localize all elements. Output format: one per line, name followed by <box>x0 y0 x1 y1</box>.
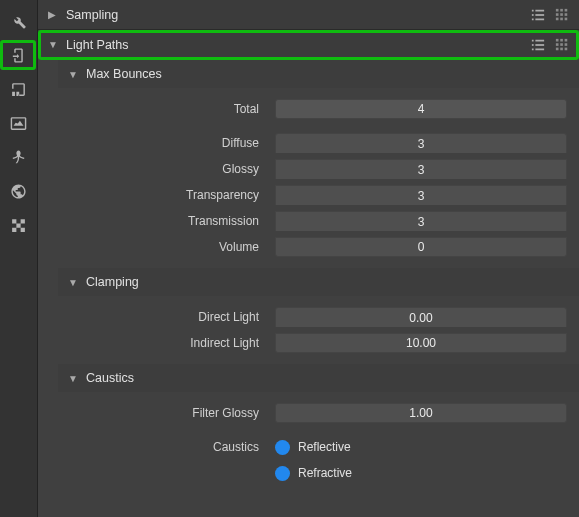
transmission-input[interactable]: 3 <box>275 211 567 231</box>
total-input[interactable]: 4 <box>275 99 567 119</box>
light-paths-content: ▼ Max Bounces Total 4 Diffuse 3 Glossy 3… <box>38 60 579 486</box>
list-icon[interactable] <box>531 38 545 52</box>
scene-properties-tab[interactable] <box>0 142 36 172</box>
collapse-arrow-down-icon: ▼ <box>68 373 80 384</box>
svg-rect-14 <box>565 17 568 20</box>
subpanel-title: Clamping <box>86 275 139 289</box>
glossy-label: Glossy <box>58 162 263 176</box>
svg-rect-15 <box>532 39 534 41</box>
volume-input[interactable]: 0 <box>275 237 567 257</box>
subpanel-title: Caustics <box>86 371 134 385</box>
indirect-light-label: Indirect Light <box>58 336 263 350</box>
light-paths-panel-header[interactable]: ▼ Light Paths <box>38 30 579 60</box>
reflective-checkbox[interactable] <box>275 440 290 455</box>
properties-tab-sidebar <box>0 0 38 517</box>
svg-rect-13 <box>560 17 563 20</box>
output-properties-tab[interactable] <box>0 74 36 104</box>
subpanel-title: Max Bounces <box>86 67 162 81</box>
refractive-checkbox[interactable] <box>275 466 290 481</box>
svg-rect-25 <box>560 43 563 46</box>
render-properties-panel: ▶ Sampling ▼ Light Paths ▼ Max Bounces T… <box>38 0 579 517</box>
diffuse-input[interactable]: 3 <box>275 133 567 153</box>
volume-label: Volume <box>58 240 263 254</box>
texture-properties-tab[interactable] <box>0 210 36 240</box>
svg-rect-0 <box>532 9 534 11</box>
world-properties-tab[interactable] <box>0 176 36 206</box>
svg-rect-6 <box>556 8 559 11</box>
tool-settings-tab[interactable] <box>0 6 36 36</box>
sampling-panel-header[interactable]: ▶ Sampling <box>38 0 579 30</box>
filter-glossy-input[interactable]: 1.00 <box>275 403 567 423</box>
svg-rect-23 <box>565 38 568 41</box>
panel-title: Sampling <box>66 8 118 22</box>
svg-rect-18 <box>535 44 544 46</box>
svg-rect-8 <box>565 8 568 11</box>
list-icon[interactable] <box>531 8 545 22</box>
svg-rect-11 <box>565 13 568 16</box>
svg-rect-24 <box>556 43 559 46</box>
output-icon <box>10 81 27 98</box>
image-icon <box>10 115 27 132</box>
svg-rect-10 <box>560 13 563 16</box>
svg-rect-29 <box>565 47 568 50</box>
svg-rect-17 <box>532 44 534 46</box>
direct-light-label: Direct Light <box>58 310 263 324</box>
diffuse-label: Diffuse <box>58 136 263 150</box>
svg-rect-16 <box>535 39 544 41</box>
svg-rect-19 <box>532 48 534 50</box>
transparency-input[interactable]: 3 <box>275 185 567 205</box>
svg-rect-1 <box>535 9 544 11</box>
refractive-label: Refractive <box>298 466 352 480</box>
svg-rect-27 <box>556 47 559 50</box>
transparency-label: Transparency <box>58 188 263 202</box>
clamping-subpanel-header[interactable]: ▼ Clamping <box>58 268 579 296</box>
checker-icon <box>10 217 27 234</box>
panel-title: Light Paths <box>66 38 129 52</box>
collapse-arrow-down-icon: ▼ <box>48 39 60 50</box>
reflective-label: Reflective <box>298 440 351 454</box>
svg-rect-28 <box>560 47 563 50</box>
grid-icon[interactable] <box>555 8 569 22</box>
direct-light-input[interactable]: 0.00 <box>275 307 567 327</box>
indirect-light-input[interactable]: 10.00 <box>275 333 567 353</box>
svg-rect-21 <box>556 38 559 41</box>
caustics-subpanel-header[interactable]: ▼ Caustics <box>58 364 579 392</box>
render-properties-tab[interactable] <box>0 40 36 70</box>
svg-rect-7 <box>560 8 563 11</box>
wrench-icon <box>10 13 27 30</box>
svg-rect-5 <box>535 18 544 20</box>
collapse-arrow-down-icon: ▼ <box>68 69 80 80</box>
total-label: Total <box>58 102 263 116</box>
view-layer-properties-tab[interactable] <box>0 108 36 138</box>
svg-rect-12 <box>556 17 559 20</box>
svg-rect-9 <box>556 13 559 16</box>
grid-icon[interactable] <box>555 38 569 52</box>
svg-rect-22 <box>560 38 563 41</box>
transmission-label: Transmission <box>58 214 263 228</box>
collapse-arrow-down-icon: ▼ <box>68 277 80 288</box>
scene-icon <box>10 149 27 166</box>
render-icon <box>10 47 27 64</box>
max-bounces-subpanel-header[interactable]: ▼ Max Bounces <box>58 60 579 88</box>
svg-rect-3 <box>535 14 544 16</box>
svg-rect-4 <box>532 18 534 20</box>
glossy-input[interactable]: 3 <box>275 159 567 179</box>
svg-rect-26 <box>565 43 568 46</box>
caustics-label: Caustics <box>58 440 263 454</box>
world-icon <box>10 183 27 200</box>
svg-rect-2 <box>532 14 534 16</box>
filter-glossy-label: Filter Glossy <box>58 406 263 420</box>
svg-rect-20 <box>535 48 544 50</box>
collapse-arrow-right-icon: ▶ <box>48 9 60 20</box>
